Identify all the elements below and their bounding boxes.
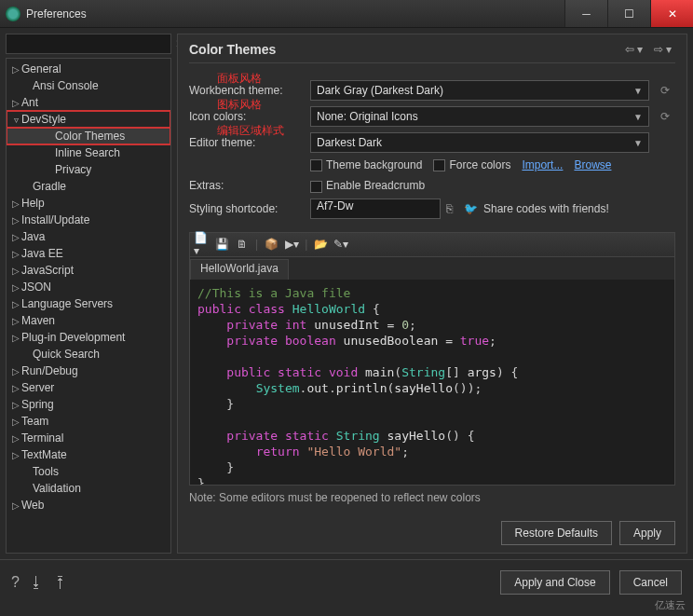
force-colors-checkbox[interactable]: Force colors [433, 158, 510, 171]
tree-item-label: Run/Debug [21, 364, 78, 377]
tree-item-label: Tools [33, 465, 59, 478]
tree-item-ant[interactable]: ▷Ant [7, 94, 170, 111]
save-icon[interactable]: 💾 [214, 237, 229, 252]
tree-item-label: Privacy [55, 163, 91, 176]
tree-item-color-themes[interactable]: Color Themes [7, 128, 170, 144]
run-icon[interactable]: ▶▾ [284, 237, 299, 252]
package-icon[interactable]: 📦 [264, 237, 279, 252]
preview-toolbar: 📄▾ 💾 🗎 | 📦 ▶▾ | 📂 ✎▾ [190, 233, 674, 257]
chevron-down-icon: ▼ [633, 86, 643, 96]
tree-item-gradle[interactable]: Gradle [7, 178, 170, 195]
tree-item-terminal[interactable]: ▷Terminal [7, 430, 170, 446]
tree-item-plug-in-development[interactable]: ▷Plug-in Development [7, 329, 170, 346]
share-text: Share codes with friends! [483, 202, 609, 215]
restore-defaults-button[interactable]: Restore Defaults [501, 521, 612, 545]
tree-item-json[interactable]: ▷JSON [7, 279, 170, 295]
tree-item-web[interactable]: ▷Web [7, 497, 170, 513]
editor-tab[interactable]: HelloWorld.java [190, 259, 289, 280]
tree-item-label: DevStyle [21, 113, 66, 126]
extras-label: Extras: [189, 179, 224, 192]
help-icon[interactable]: ? [11, 574, 20, 591]
export-prefs-icon[interactable]: ⭱ [53, 574, 68, 591]
enable-breadcrumb-checkbox[interactable]: Enable Breadcrumb [310, 179, 425, 192]
cancel-button[interactable]: Cancel [619, 570, 682, 595]
tree-item-java[interactable]: ▷Java [7, 228, 170, 245]
chevron-right-icon: ▷ [10, 282, 21, 293]
twitter-icon[interactable]: 🐦 [464, 202, 478, 215]
sidebar: ✕ ▷GeneralAnsi Console▷Ant▿DevStyleColor… [6, 34, 171, 554]
apply-button[interactable]: Apply [619, 521, 675, 545]
annotation-editor: 编辑区域样式 [217, 123, 284, 139]
chevron-right-icon: ▷ [10, 266, 21, 276]
chevron-right-icon: ▷ [10, 383, 21, 393]
filter-input[interactable]: ✕ [6, 34, 171, 54]
tree-item-inline-search[interactable]: Inline Search [7, 144, 170, 161]
open-icon[interactable]: 📂 [313, 237, 328, 252]
watermark: 亿速云 [655, 598, 686, 612]
tree-item-ansi-console[interactable]: Ansi Console [7, 77, 170, 94]
tree-item-label: Validation [33, 482, 81, 495]
editor-preview: 📄▾ 💾 🗎 | 📦 ▶▾ | 📂 ✎▾ HelloWorld.java //T… [189, 232, 675, 486]
tree-item-label: Quick Search [33, 348, 100, 361]
tree-item-label: TextMate [21, 448, 67, 461]
refresh-icon[interactable]: ⟳ [655, 110, 675, 123]
tree-item-javascript[interactable]: ▷JavaScript [7, 262, 170, 279]
import-link[interactable]: Import... [522, 158, 563, 171]
chevron-right-icon: ▷ [10, 232, 21, 242]
preferences-tree[interactable]: ▷GeneralAnsi Console▷Ant▿DevStyleColor T… [6, 58, 171, 554]
tree-item-label: Java [21, 230, 45, 243]
tree-item-team[interactable]: ▷Team [7, 413, 170, 430]
tree-item-install-update[interactable]: ▷Install/Update [7, 212, 170, 228]
chevron-down-icon: ▼ [633, 112, 643, 122]
tree-item-textmate[interactable]: ▷TextMate [7, 446, 170, 463]
tree-item-server[interactable]: ▷Server [7, 379, 170, 396]
annotation-panel: 面板风格 [217, 71, 262, 87]
maximize-button[interactable]: ☐ [607, 0, 650, 27]
chevron-right-icon: ▷ [10, 198, 21, 209]
tree-item-language-servers[interactable]: ▷Language Servers [7, 295, 170, 312]
tree-item-devstyle[interactable]: ▿DevStyle [7, 111, 170, 128]
chevron-right-icon: ▷ [10, 500, 21, 511]
copy-icon[interactable]: ⎘ [446, 202, 453, 215]
chevron-right-icon: ▷ [10, 433, 21, 444]
browse-link[interactable]: Browse [574, 158, 611, 171]
tree-item-label: Color Themes [55, 130, 125, 143]
page-title: Color Themes [189, 42, 621, 57]
tree-item-maven[interactable]: ▷Maven [7, 312, 170, 329]
tree-item-tools[interactable]: Tools [7, 463, 170, 480]
refresh-icon[interactable]: ⟳ [655, 84, 675, 97]
chevron-right-icon: ▷ [10, 98, 21, 108]
tree-item-validation[interactable]: Validation [7, 480, 170, 497]
save-all-icon[interactable]: 🗎 [235, 237, 250, 252]
minimize-button[interactable]: ─ [564, 0, 607, 27]
tree-item-label: JavaScript [21, 264, 74, 277]
tree-item-java-ee[interactable]: ▷Java EE [7, 245, 170, 262]
tree-item-privacy[interactable]: Privacy [7, 161, 170, 178]
titlebar: Preferences ─ ☐ ✕ [0, 0, 693, 28]
theme-background-checkbox[interactable]: Theme background [310, 158, 422, 171]
forward-icon[interactable]: ⇨ ▾ [654, 43, 672, 56]
tree-item-label: General [21, 62, 61, 75]
icon-colors-combo[interactable]: None: Original Icons▼ [310, 106, 649, 127]
tree-item-spring[interactable]: ▷Spring [7, 396, 170, 413]
shortcode-input[interactable]: Af7-Dw [310, 198, 441, 219]
tree-item-label: Terminal [21, 431, 63, 445]
new-icon[interactable]: 📄▾ [194, 237, 209, 252]
tree-item-general[interactable]: ▷General [7, 61, 170, 77]
chevron-right-icon: ▷ [10, 249, 21, 259]
editor-theme-combo[interactable]: Darkest Dark▼ [310, 132, 649, 153]
chevron-down-icon: ▿ [10, 115, 21, 125]
edit-icon[interactable]: ✎▾ [333, 237, 348, 252]
workbench-theme-combo[interactable]: Dark Gray (Darkest Dark)▼ [310, 80, 649, 101]
tree-item-help[interactable]: ▷Help [7, 195, 170, 212]
chevron-right-icon: ▷ [10, 215, 21, 226]
tree-item-label: Java EE [21, 247, 63, 260]
back-icon[interactable]: ⇦ ▾ [625, 43, 643, 56]
window-title: Preferences [26, 7, 564, 21]
apply-close-button[interactable]: Apply and Close [500, 570, 609, 595]
tree-item-label: JSON [21, 281, 51, 294]
tree-item-run-debug[interactable]: ▷Run/Debug [7, 363, 170, 379]
close-button[interactable]: ✕ [650, 0, 693, 27]
tree-item-quick-search[interactable]: Quick Search [7, 346, 170, 363]
import-prefs-icon[interactable]: ⭳ [29, 574, 44, 591]
